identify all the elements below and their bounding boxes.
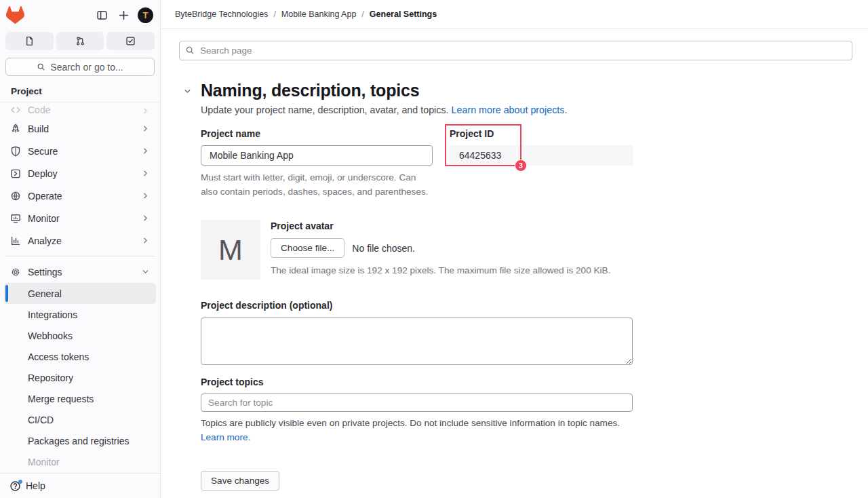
sidebar-subitem-label: General — [28, 288, 62, 299]
sidebar-subitem-label: Access tokens — [28, 351, 89, 362]
section-subtitle: Update your project name, description, a… — [201, 104, 852, 115]
project-name-label: Project name — [201, 128, 433, 139]
monitor-icon — [10, 213, 21, 224]
sidebar-subitem-label: CI/CD — [28, 415, 54, 425]
search-page-input[interactable] — [179, 41, 852, 60]
sidebar-item-label: Build — [28, 123, 141, 134]
save-changes-button[interactable]: Save changes — [201, 471, 279, 491]
sidebar-item-label: Code — [28, 104, 141, 115]
chevron-right-icon — [141, 236, 150, 245]
chevron-right-icon — [141, 147, 150, 155]
sidebar-item-label: Secure — [28, 146, 141, 157]
sidebar-subitem-webhooks[interactable]: Webhooks — [4, 325, 156, 346]
project-topics-label: Project topics — [201, 377, 852, 387]
learn-more-projects-link[interactable]: Learn more about projects. — [452, 104, 568, 115]
breadcrumb-separator: / — [273, 9, 275, 19]
breadcrumb-bar: ByteBridge Technologies/Mobile Banking A… — [161, 0, 868, 29]
operate-icon — [10, 191, 21, 202]
breadcrumb-item-bytebridge-technologies[interactable]: ByteBridge Technologies — [175, 9, 268, 19]
analyze-icon — [10, 235, 21, 246]
panel-toggle-icon — [96, 9, 108, 21]
section-subtitle-text: Update your project name, description, a… — [201, 104, 449, 115]
super-sidebar: T Search or go to... Project CodeBuildSe… — [0, 0, 161, 498]
sidebar-subitem-integrations[interactable]: Integrations — [4, 304, 156, 325]
topics-help: Topics are publicly visible even on priv… — [201, 416, 642, 444]
sidebar-subitem-merge-requests[interactable]: Merge requests — [4, 388, 156, 409]
sidebar-item-label: Deploy — [28, 168, 141, 179]
main-area: ByteBridge Technologies/Mobile Banking A… — [161, 0, 868, 498]
help-icon — [9, 480, 21, 492]
sidebar-item-secure[interactable]: Secure — [4, 140, 156, 162]
choose-file-button[interactable]: Choose file... — [271, 238, 344, 258]
chevron-right-icon — [141, 191, 150, 200]
issues-icon — [24, 36, 35, 46]
project-id-value: 64425633 — [450, 145, 633, 166]
help-notification-dot — [18, 480, 22, 484]
gear-icon — [10, 267, 21, 277]
breadcrumb-item-general-settings: General Settings — [370, 9, 437, 19]
sidebar-item-code[interactable]: Code — [4, 104, 156, 117]
deploy-icon — [10, 168, 21, 179]
sidebar-toggle-button[interactable] — [93, 6, 111, 24]
sidebar-subitem-repository[interactable]: Repository — [4, 367, 156, 388]
sidebar-subitem-label: Integrations — [28, 309, 77, 320]
gitlab-logo-icon — [6, 6, 24, 24]
merge-request-icon — [75, 36, 85, 46]
user-avatar[interactable]: T — [138, 7, 153, 23]
shield-icon — [10, 146, 21, 157]
chevron-right-icon — [141, 169, 150, 178]
sidebar-item-label: Operate — [28, 191, 141, 202]
sidebar-item-label: Settings — [28, 267, 141, 277]
project-topics-input[interactable] — [201, 394, 633, 412]
sidebar-item-monitor[interactable]: Monitor — [4, 207, 156, 229]
context-header: Project — [0, 76, 160, 102]
chevron-right-icon — [141, 124, 150, 133]
sidebar-item-operate[interactable]: Operate — [4, 185, 156, 207]
plus-icon — [118, 9, 130, 21]
sidebar-subitem-label: Monitor — [28, 457, 60, 467]
search-or-go-to-button[interactable]: Search or go to... — [5, 58, 155, 76]
chevron-right-icon — [141, 107, 150, 115]
topics-learn-more-link[interactable]: Learn more. — [201, 432, 250, 442]
sidebar-subitem-label: Webhooks — [28, 330, 73, 341]
breadcrumb: ByteBridge Technologies/Mobile Banking A… — [175, 9, 437, 19]
project-name-input[interactable] — [201, 145, 433, 166]
project-name-help: Must start with letter, digit, emoji, or… — [201, 170, 433, 199]
sidebar-nav: CodeBuildSecureDeployOperateMonitorAnaly… — [0, 102, 160, 473]
no-file-chosen-text: No file chosen. — [352, 243, 415, 254]
merge-requests-button[interactable] — [56, 32, 104, 50]
code-icon — [10, 104, 21, 115]
avatar-help: The ideal image size is 192 x 192 pixels… — [271, 265, 610, 275]
sidebar-subitem-general[interactable]: General — [4, 283, 156, 304]
project-id-label: Project ID — [450, 128, 633, 139]
create-new-button[interactable] — [115, 6, 132, 24]
sidebar-subitem-label: Packages and registries — [28, 436, 129, 446]
breadcrumb-item-mobile-banking-app[interactable]: Mobile Banking App — [281, 9, 357, 19]
sidebar-subitem-packages-and-registries[interactable]: Packages and registries — [4, 430, 156, 451]
section-collapse-chevron-icon[interactable] — [183, 87, 192, 96]
sidebar-item-label: Monitor — [28, 213, 141, 224]
sidebar-subitem-monitor[interactable]: Monitor — [4, 451, 156, 472]
section-title: Naming, description, topics — [201, 81, 419, 100]
sidebar-item-settings[interactable]: Settings — [4, 261, 156, 283]
settings-content: Naming, description, topics Update your … — [161, 29, 868, 498]
todo-list-button[interactable] — [106, 32, 155, 50]
chevron-right-icon — [141, 214, 150, 223]
sidebar-help-item[interactable]: Help — [0, 473, 160, 498]
chevron-down-icon — [141, 267, 150, 276]
project-description-label: Project description (optional) — [201, 300, 852, 311]
sidebar-item-deploy[interactable]: Deploy — [4, 162, 156, 185]
sidebar-item-analyze[interactable]: Analyze — [4, 229, 156, 252]
project-avatar-label: Project avatar — [271, 221, 610, 231]
nav-divider — [5, 256, 155, 256]
sidebar-subitem-access-tokens[interactable]: Access tokens — [4, 346, 156, 367]
issues-button[interactable] — [5, 32, 54, 50]
breadcrumb-separator: / — [361, 9, 363, 19]
sidebar-item-build[interactable]: Build — [4, 117, 156, 140]
help-label: Help — [26, 480, 45, 491]
project-description-textarea[interactable] — [201, 318, 633, 365]
project-avatar-tile: M — [201, 220, 260, 280]
sidebar-subitem-ci-cd[interactable]: CI/CD — [4, 409, 156, 430]
sidebar-subitem-label: Merge requests — [28, 394, 94, 404]
topics-help-text: Topics are publicly visible even on priv… — [201, 418, 620, 428]
